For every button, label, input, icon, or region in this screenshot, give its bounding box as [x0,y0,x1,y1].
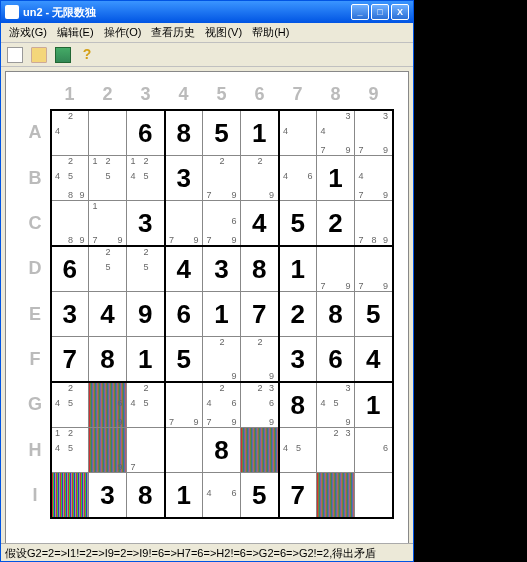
cell[interactable]: 9 [89,428,127,473]
menu-edit[interactable]: 编辑(E) [53,23,98,42]
menu-history[interactable]: 查看历史 [147,23,199,42]
cell[interactable]: 2369 [241,382,279,428]
cell[interactable] [241,428,279,473]
cell[interactable]: 679 [203,201,241,247]
cell[interactable]: 4 [279,110,317,156]
row-header: G [21,382,51,428]
cell[interactable]: 1 [355,382,393,428]
cell[interactable]: 24 [51,110,89,156]
cell[interactable]: 5 [355,292,393,337]
cell-value: 6 [52,247,89,291]
cell[interactable]: 379 [355,110,393,156]
save-icon[interactable] [55,47,71,63]
cell[interactable]: 3 [165,156,203,201]
menu-help[interactable]: 帮助(H) [248,23,293,42]
cell[interactable]: 1245 [127,156,165,201]
cell[interactable] [89,110,127,156]
cell[interactable] [317,473,355,519]
cell[interactable]: 29 [241,337,279,383]
cell[interactable]: 8 [89,337,127,383]
cell[interactable]: 4 [165,246,203,292]
cell[interactable]: 8 [127,473,165,519]
cell[interactable]: 1 [279,246,317,292]
cell[interactable]: 8 [165,110,203,156]
cell[interactable]: 4 [89,292,127,337]
cell[interactable]: 7 [51,337,89,383]
cell[interactable]: 5 [165,337,203,383]
cell[interactable]: 7 [127,428,165,473]
cell[interactable]: 25 [127,246,165,292]
cell[interactable]: 46 [279,156,317,201]
cell[interactable]: 4 [355,337,393,383]
cell[interactable] [165,428,203,473]
cell[interactable]: 245 [127,382,165,428]
menu-operate[interactable]: 操作(O) [100,23,146,42]
menu-view[interactable]: 视图(V) [201,23,246,42]
cell[interactable]: 6 [127,110,165,156]
help-icon[interactable]: ? [79,47,95,63]
cell[interactable]: 3459 [317,382,355,428]
cell[interactable]: 24679 [203,382,241,428]
cell[interactable]: 69 [89,382,127,428]
close-button[interactable]: X [391,4,409,20]
cell[interactable]: 5 [279,201,317,247]
cell[interactable]: 46 [203,473,241,519]
cell[interactable]: 6 [317,337,355,383]
cell[interactable]: 3479 [317,110,355,156]
cell[interactable]: 245 [51,382,89,428]
cell[interactable]: 3 [203,246,241,292]
cell[interactable]: 6 [355,428,393,473]
cell[interactable]: 789 [355,201,393,247]
cell[interactable]: 2 [279,292,317,337]
cell[interactable]: 79 [317,246,355,292]
cell[interactable]: 79 [165,201,203,247]
cell[interactable]: 9 [127,292,165,337]
cell[interactable] [51,473,89,519]
cell[interactable]: 8 [203,428,241,473]
cell[interactable]: 125 [89,156,127,201]
cell[interactable]: 7 [279,473,317,519]
open-icon[interactable] [31,47,47,63]
cell[interactable]: 279 [203,156,241,201]
toolbar: ? [1,43,413,67]
cell[interactable]: 179 [89,201,127,247]
cell[interactable]: 25 [89,246,127,292]
cell[interactable]: 29 [203,337,241,383]
cell[interactable] [355,473,393,519]
cell[interactable]: 5 [203,110,241,156]
cell[interactable]: 24589 [51,156,89,201]
cell[interactable]: 3 [51,292,89,337]
cell[interactable]: 8 [241,246,279,292]
cell[interactable]: 1 [165,473,203,519]
cell[interactable]: 8 [317,292,355,337]
cell[interactable]: 1 [127,337,165,383]
cell[interactable]: 1 [317,156,355,201]
cell[interactable]: 1245 [51,428,89,473]
cell[interactable]: 3 [127,201,165,247]
cell[interactable]: 79 [165,382,203,428]
cell[interactable]: 2 [317,201,355,247]
new-icon[interactable] [7,47,23,63]
maximize-button[interactable]: □ [371,4,389,20]
cell[interactable]: 3 [89,473,127,519]
cell[interactable]: 45 [279,428,317,473]
cell[interactable]: 1 [241,110,279,156]
cell[interactable]: 6 [51,246,89,292]
menu-game[interactable]: 游戏(G) [5,23,51,42]
row-header: C [21,201,51,247]
cell[interactable]: 79 [355,246,393,292]
cell[interactable]: 23 [317,428,355,473]
cell[interactable]: 7 [241,292,279,337]
cell[interactable]: 4 [241,201,279,247]
cell[interactable]: 5 [241,473,279,519]
minimize-button[interactable]: _ [351,4,369,20]
pencil-marks [241,428,278,472]
cell[interactable]: 29 [241,156,279,201]
cell[interactable]: 479 [355,156,393,201]
cell[interactable]: 3 [279,337,317,383]
cell[interactable]: 6 [165,292,203,337]
cell[interactable]: 1 [203,292,241,337]
cell[interactable]: 89 [51,201,89,247]
cell-value: 1 [355,383,392,427]
cell[interactable]: 8 [279,382,317,428]
